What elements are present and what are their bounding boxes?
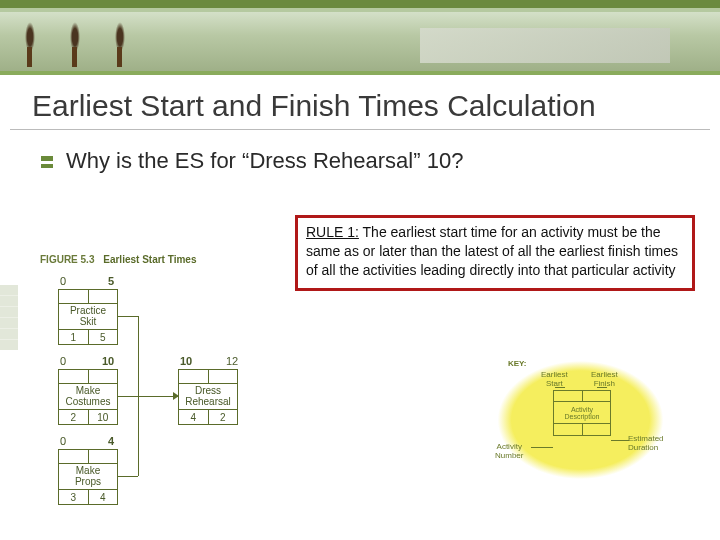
key-pointer [597,387,607,388]
a4-num: 4 [179,410,208,424]
a1-name: Practice Skit [59,304,117,330]
connector [138,316,139,396]
a3-dur: 4 [88,490,118,504]
connector [138,396,139,476]
header-banner [0,0,720,75]
activity-box-practice-skit: Practice Skit 1 5 [58,289,118,345]
key-legend: KEY: Earliest Start Earliest Finish Acti… [463,335,698,505]
key-desc-label: Activity Description [554,402,610,424]
bullet-icon [40,155,54,169]
a3-ef: 4 [108,435,114,447]
a2-name: Make Costumes [59,384,117,410]
key-ef-label: Earliest Finish [591,371,618,389]
question-line: Why is the ES for “Dress Rehearsal” 10? [0,130,720,174]
slide-title: Earliest Start and Finish Times Calculat… [10,75,710,130]
a4-ef: 12 [226,355,238,367]
palm-tree-icon [60,22,90,67]
a3-es: 0 [60,435,66,447]
a1-dur: 5 [88,330,118,344]
activity-box-dress-rehearsal: Dress Rehearsal 4 2 [178,369,238,425]
palm-tree-icon [105,22,135,67]
a3-name: Make Props [59,464,117,490]
a2-num: 2 [59,410,88,424]
rule-box: RULE 1: The earliest start time for an a… [295,215,695,291]
arrow-right-icon [173,392,179,400]
a4-es: 10 [180,355,192,367]
a1-es: 0 [60,275,66,287]
figure-number: FIGURE 5.3 [40,254,94,265]
key-pointer [531,447,553,448]
network-diagram: 0 5 Practice Skit 1 5 0 10 Make Costumes… [40,275,300,520]
key-pointer [555,387,565,388]
activity-box-make-costumes: Make Costumes 2 10 [58,369,118,425]
key-actnum-label: Activity Number [495,443,523,461]
palm-tree-icon [15,22,45,67]
slide-side-decor [0,285,20,350]
rule-label: RULE 1: [306,224,359,240]
key-pointer [611,440,629,441]
a4-name: Dress Rehearsal [179,384,237,410]
rule-text: The earliest start time for an activity … [306,224,678,278]
connector [118,316,138,317]
a2-es: 0 [60,355,66,367]
banner-building [420,28,670,63]
key-title: KEY: [508,360,527,369]
activity-box-make-props: Make Props 3 4 [58,449,118,505]
a2-dur: 10 [88,410,118,424]
figure-caption-text: Earliest Start Times [103,254,196,265]
a1-num: 1 [59,330,88,344]
figure-caption: FIGURE 5.3 Earliest Start Times [40,254,196,265]
connector [138,396,178,397]
key-box: Activity Description [553,390,611,436]
a4-dur: 2 [208,410,238,424]
key-es-label: Earliest Start [541,371,568,389]
a2-ef: 10 [102,355,114,367]
a1-ef: 5 [108,275,114,287]
a3-num: 3 [59,490,88,504]
connector [118,476,138,477]
key-estdur-label: Estimated Duration [628,435,664,453]
question-text: Why is the ES for “Dress Rehearsal” 10? [66,148,463,174]
